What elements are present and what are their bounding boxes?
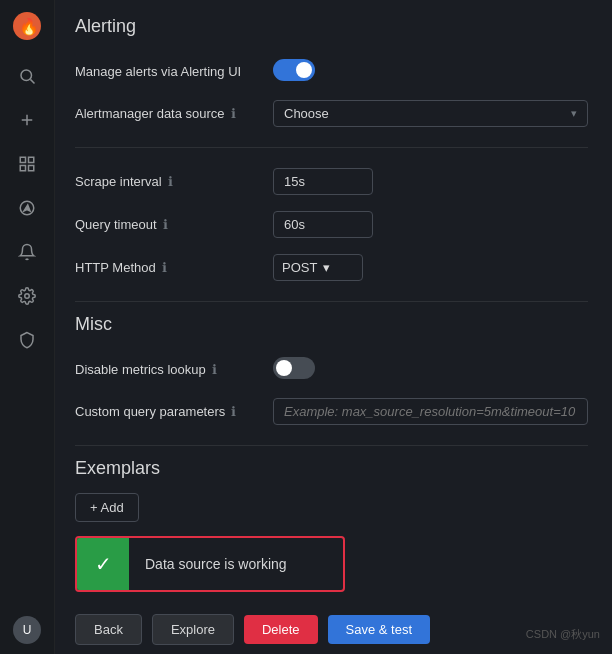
avatar[interactable]: U <box>13 616 41 644</box>
custom-query-row: Custom query parameters ℹ <box>75 390 588 433</box>
query-timeout-row: Query timeout ℹ <box>75 203 588 246</box>
status-icon-box: ✓ <box>77 538 129 590</box>
main-content: Alerting Manage alerts via Alerting UI A… <box>55 0 612 654</box>
compass-icon[interactable] <box>7 188 47 228</box>
explore-button[interactable]: Explore <box>152 614 234 645</box>
delete-button[interactable]: Delete <box>244 615 318 644</box>
watermark: CSDN @秋yun <box>526 627 600 642</box>
svg-rect-8 <box>20 166 25 171</box>
gear-icon[interactable] <box>7 276 47 316</box>
misc-title: Misc <box>75 314 588 335</box>
back-button[interactable]: Back <box>75 614 142 645</box>
manage-alerts-toggle[interactable] <box>273 59 315 81</box>
exemplars-section: Exemplars + Add <box>75 458 588 522</box>
query-timeout-input[interactable] <box>273 211 373 238</box>
alertmanager-info-icon[interactable]: ℹ <box>231 106 236 121</box>
scrape-interval-row: Scrape interval ℹ <box>75 160 588 203</box>
add-exemplar-button[interactable]: + Add <box>75 493 139 522</box>
scrape-interval-input[interactable] <box>273 168 373 195</box>
query-timeout-info-icon[interactable]: ℹ <box>163 217 168 232</box>
app-logo[interactable]: 🔥 <box>11 10 43 42</box>
misc-section: Misc Disable metrics lookup ℹ Custom que… <box>75 314 588 433</box>
method-arrow-icon: ▾ <box>323 260 330 275</box>
svg-point-12 <box>25 294 30 299</box>
http-method-info-icon[interactable]: ℹ <box>162 260 167 275</box>
svg-line-3 <box>30 79 34 83</box>
manage-alerts-row: Manage alerts via Alerting UI <box>75 51 588 92</box>
http-method-select[interactable]: POST ▾ <box>273 254 363 281</box>
svg-text:🔥: 🔥 <box>19 17 39 36</box>
custom-query-input[interactable] <box>273 398 588 425</box>
http-method-label: HTTP Method ℹ <box>75 260 265 275</box>
bell-icon[interactable] <box>7 232 47 272</box>
svg-rect-7 <box>29 157 34 162</box>
divider-1 <box>75 147 588 148</box>
footer-buttons: Back Explore Delete Save & test <box>75 606 588 645</box>
alertmanager-label: Alertmanager data source ℹ <box>75 106 265 121</box>
dropdown-arrow-icon: ▾ <box>571 107 577 120</box>
save-test-button[interactable]: Save & test <box>328 615 430 644</box>
sidebar: 🔥 <box>0 0 55 654</box>
disable-metrics-row: Disable metrics lookup ℹ <box>75 349 588 390</box>
divider-2 <box>75 301 588 302</box>
manage-alerts-label: Manage alerts via Alerting UI <box>75 64 265 79</box>
status-box: ✓ Data source is working <box>75 536 345 592</box>
scrape-interval-label: Scrape interval ℹ <box>75 174 265 189</box>
check-icon: ✓ <box>95 552 112 576</box>
status-text: Data source is working <box>129 556 303 572</box>
search-icon[interactable] <box>7 56 47 96</box>
http-method-row: HTTP Method ℹ POST ▾ <box>75 246 588 289</box>
scrape-interval-info-icon[interactable]: ℹ <box>168 174 173 189</box>
divider-3 <box>75 445 588 446</box>
query-timeout-label: Query timeout ℹ <box>75 217 265 232</box>
svg-point-2 <box>21 70 32 81</box>
shield-icon[interactable] <box>7 320 47 360</box>
custom-query-info-icon[interactable]: ℹ <box>231 404 236 419</box>
grid-icon[interactable] <box>7 144 47 184</box>
scrape-section: Scrape interval ℹ Query timeout ℹ HTTP M… <box>75 160 588 289</box>
disable-metrics-toggle[interactable] <box>273 357 315 379</box>
custom-query-label: Custom query parameters ℹ <box>75 404 265 419</box>
disable-metrics-label: Disable metrics lookup ℹ <box>75 362 265 377</box>
alerting-section: Alerting Manage alerts via Alerting UI A… <box>75 16 588 135</box>
svg-rect-6 <box>20 157 25 162</box>
svg-rect-9 <box>29 166 34 171</box>
svg-marker-11 <box>24 205 30 211</box>
plus-icon[interactable] <box>7 100 47 140</box>
exemplars-title: Exemplars <box>75 458 588 479</box>
alerting-title: Alerting <box>75 16 588 37</box>
alertmanager-row: Alertmanager data source ℹ Choose ▾ <box>75 92 588 135</box>
alertmanager-dropdown[interactable]: Choose ▾ <box>273 100 588 127</box>
disable-metrics-info-icon[interactable]: ℹ <box>212 362 217 377</box>
